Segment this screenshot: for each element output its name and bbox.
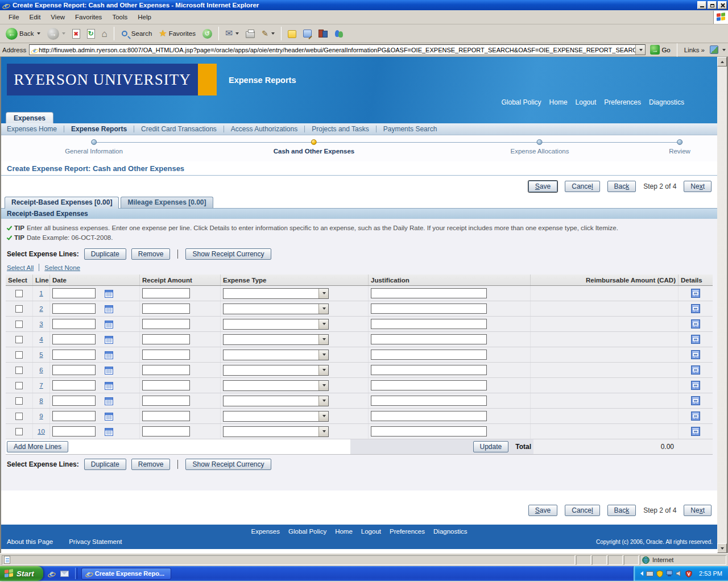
subnav-payments-search[interactable]: Payments Search — [383, 125, 437, 133]
vertical-scrollbar[interactable] — [717, 57, 727, 553]
back-button[interactable]: ← Back — [3, 27, 43, 41]
date-input[interactable] — [52, 319, 96, 329]
security-shield-icon[interactable] — [656, 570, 663, 577]
select-all-link[interactable]: Select All — [7, 264, 34, 271]
edit-button[interactable]: ✎ — [259, 28, 277, 39]
minimize-button[interactable] — [697, 1, 706, 9]
expense-type-select[interactable] — [223, 365, 329, 376]
messenger-button[interactable] — [332, 28, 346, 39]
calendar-picker-icon[interactable] — [105, 381, 113, 390]
justification-input[interactable] — [371, 304, 487, 314]
footer-link-diagnostics[interactable]: Diagnostics — [433, 528, 467, 535]
tab-mileage-expenses[interactable]: Mileage Expenses [0.00] — [121, 197, 213, 208]
subnav-access-authorizations[interactable]: Access Authorizations — [231, 125, 297, 133]
footer-link-global-policy[interactable]: Global Policy — [288, 528, 326, 535]
calendar-picker-icon[interactable] — [105, 427, 113, 436]
details-icon[interactable] — [691, 319, 700, 329]
search-button[interactable]: Search — [118, 28, 154, 39]
select-dropdown-icon[interactable] — [318, 289, 328, 298]
details-icon[interactable] — [691, 304, 700, 313]
select-dropdown-icon[interactable] — [318, 381, 328, 390]
select-dropdown-icon[interactable] — [318, 319, 328, 329]
refresh-button[interactable]: ↻ — [85, 28, 97, 40]
row-select-checkbox[interactable] — [15, 336, 23, 343]
start-button[interactable]: Start — [0, 566, 43, 581]
date-input[interactable] — [52, 396, 96, 406]
row-select-checkbox[interactable] — [15, 413, 23, 420]
subnav-projects-and-tasks[interactable]: Projects and Tasks — [312, 125, 369, 133]
row-select-checkbox[interactable] — [15, 428, 23, 435]
next-button[interactable]: Next — [684, 505, 712, 516]
receipt-amount-input[interactable] — [142, 365, 190, 375]
line-number-link[interactable]: 10 — [38, 428, 45, 435]
justification-input[interactable] — [371, 365, 487, 375]
link-preferences[interactable]: Preferences — [604, 98, 641, 106]
taskbar-handle[interactable] — [75, 568, 77, 579]
justification-input[interactable] — [371, 426, 487, 436]
go-button[interactable]: → Go — [648, 44, 672, 55]
home-button[interactable]: ⌂ — [100, 28, 110, 40]
select-dropdown-icon[interactable] — [318, 304, 328, 314]
date-input[interactable] — [52, 350, 96, 360]
menu-help[interactable]: Help — [133, 12, 156, 22]
details-icon[interactable] — [691, 350, 700, 359]
address-input[interactable]: e http://finuweb.admin.ryerson.ca:8007/O… — [29, 44, 646, 55]
expense-type-select[interactable] — [223, 411, 329, 422]
history-button[interactable]: ↺ — [200, 28, 214, 40]
receipt-amount-input[interactable] — [142, 426, 190, 436]
remove-button[interactable]: Remove — [131, 459, 171, 470]
privacy-statement-link[interactable]: Privacy Statement — [69, 538, 122, 545]
line-number-link[interactable]: 5 — [39, 351, 43, 358]
menu-view[interactable]: View — [46, 12, 70, 22]
select-dropdown-icon[interactable] — [318, 427, 328, 436]
details-icon[interactable] — [691, 289, 700, 298]
line-number-link[interactable]: 6 — [39, 367, 43, 373]
addressbar-extension-icon[interactable] — [710, 45, 718, 54]
select-dropdown-icon[interactable] — [318, 365, 328, 375]
address-dropdown-button[interactable] — [635, 45, 645, 55]
save-button[interactable]: Save — [528, 505, 557, 516]
scroll-down-button[interactable] — [717, 543, 727, 553]
mail-button[interactable]: ✉ — [223, 28, 241, 39]
select-dropdown-icon[interactable] — [318, 411, 328, 421]
justification-input[interactable] — [371, 288, 487, 298]
antivirus-shield-icon[interactable] — [685, 570, 692, 577]
forward-button[interactable]: → — [45, 27, 68, 41]
line-number-link[interactable]: 4 — [39, 336, 43, 343]
back-dropdown-icon[interactable] — [37, 32, 40, 35]
calendar-picker-icon[interactable] — [105, 397, 113, 405]
menu-favorites[interactable]: Favorites — [70, 12, 107, 22]
link-logout[interactable]: Logout — [576, 98, 597, 106]
save-button[interactable]: Save — [528, 181, 557, 192]
receipt-amount-input[interactable] — [142, 304, 190, 314]
research-button[interactable] — [316, 29, 330, 39]
footer-link-expenses[interactable]: Expenses — [251, 528, 280, 535]
print-button[interactable] — [243, 28, 257, 39]
train-step-cash-and-other-expenses[interactable]: Cash and Other Expenses — [274, 139, 355, 155]
cancel-button[interactable]: Cancel — [565, 181, 599, 192]
frontpage-edit-button[interactable] — [301, 28, 314, 39]
train-step-general-information[interactable]: General Information — [65, 139, 123, 155]
show-receipt-currency-button[interactable]: Show Receipt Currency — [185, 248, 271, 260]
expense-type-select[interactable] — [223, 396, 329, 406]
row-select-checkbox[interactable] — [15, 305, 23, 313]
receipt-amount-input[interactable] — [142, 380, 190, 390]
quick-launch-mail-icon[interactable] — [60, 571, 69, 577]
calendar-picker-icon[interactable] — [105, 351, 113, 359]
justification-input[interactable] — [371, 380, 487, 390]
extension-dropdown-icon[interactable] — [722, 49, 726, 51]
network-tray-icon[interactable] — [666, 570, 673, 577]
discuss-button[interactable] — [286, 28, 299, 39]
next-button[interactable]: Next — [684, 181, 712, 192]
update-button[interactable]: Update — [473, 441, 509, 452]
line-number-link[interactable]: 9 — [39, 413, 43, 419]
add-more-lines-button[interactable]: Add More Lines — [7, 441, 68, 452]
menu-file[interactable]: File — [3, 12, 24, 22]
row-select-checkbox[interactable] — [15, 367, 23, 374]
link-global-policy[interactable]: Global Policy — [502, 98, 541, 106]
date-input[interactable] — [52, 334, 96, 344]
calendar-picker-icon[interactable] — [105, 335, 113, 344]
restore-button[interactable] — [708, 1, 717, 9]
duplicate-button[interactable]: Duplicate — [84, 248, 126, 260]
close-button[interactable] — [718, 1, 727, 9]
